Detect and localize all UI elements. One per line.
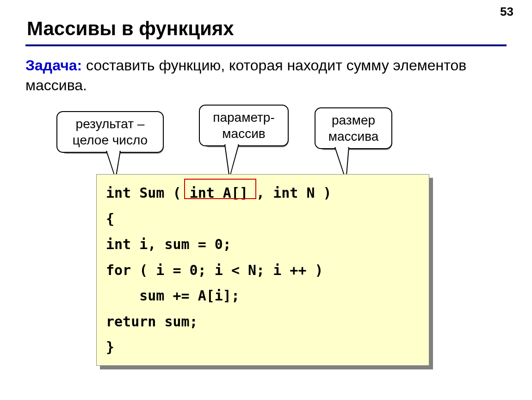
callout-param-line2: массив bbox=[222, 126, 265, 141]
title-underline bbox=[25, 44, 507, 46]
code-line-3: int i, sum = 0; bbox=[106, 236, 231, 252]
callout-result-line2: целое число bbox=[73, 133, 148, 147]
task-label: Задача: bbox=[25, 57, 82, 74]
code-line-4: for ( i = 0; i < N; i ++ ) bbox=[106, 262, 323, 278]
code-block: int Sum ( int A[] , int N ) { int i, sum… bbox=[96, 174, 429, 366]
callout-size-line2: массива bbox=[328, 129, 379, 144]
callout-param-line1: параметр- bbox=[213, 110, 275, 125]
callout-size: размер массива bbox=[315, 107, 392, 149]
callout-size-line1: размер bbox=[332, 113, 375, 127]
slide-title: Массивы в функциях bbox=[27, 18, 234, 40]
code-line-1c: , int N ) bbox=[248, 185, 332, 201]
task-text: Задача: составить функцию, которая наход… bbox=[25, 56, 507, 95]
code-line-5: sum += A[i]; bbox=[106, 288, 240, 304]
highlight-box bbox=[184, 179, 256, 199]
callout-param: параметр- массив bbox=[199, 105, 289, 146]
callout-result-line1: результат – bbox=[76, 117, 145, 131]
code-line-6: return sum; bbox=[106, 313, 198, 330]
code-line-7: } bbox=[106, 339, 114, 355]
task-body: составить функцию, которая находит сумму… bbox=[25, 57, 466, 94]
callout-result: результат – целое число bbox=[56, 111, 164, 153]
code-line-1a: int Sum ( bbox=[106, 185, 190, 201]
code-line-2: { bbox=[106, 211, 114, 227]
page-number: 53 bbox=[500, 5, 513, 19]
